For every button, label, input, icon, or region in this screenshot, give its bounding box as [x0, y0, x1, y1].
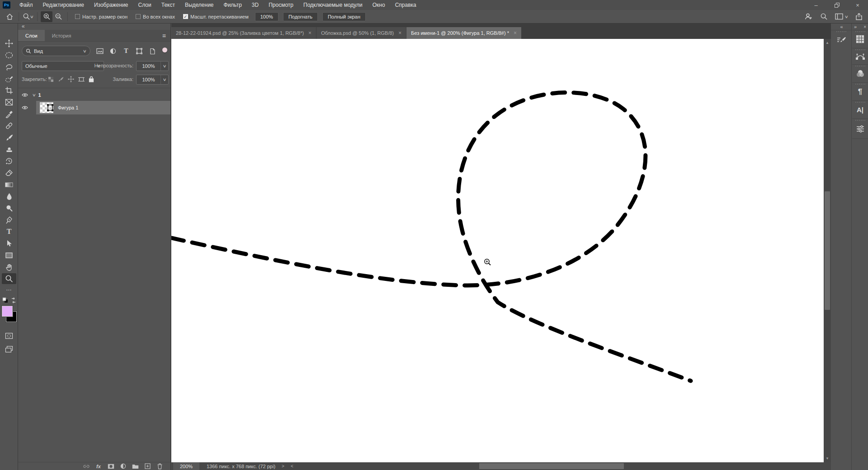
tool-lasso[interactable] — [2, 62, 16, 72]
resize-windows-checkbox[interactable]: Настр. размер окон — [75, 14, 127, 19]
close-tab-icon[interactable]: × — [308, 30, 311, 36]
document-canvas[interactable] — [171, 39, 824, 462]
horizontal-scrollbar-thumb[interactable] — [479, 463, 624, 469]
filter-shape-button[interactable] — [134, 47, 144, 56]
tool-history-brush[interactable] — [2, 156, 16, 166]
menu-item-type[interactable]: Текст — [156, 0, 180, 10]
tool-frame[interactable] — [2, 97, 16, 108]
zoom-all-windows-checkbox[interactable]: Во всех окнах — [136, 14, 175, 19]
minimize-button[interactable]: – — [806, 0, 826, 10]
filter-smart-object-button[interactable] — [147, 47, 157, 56]
vertical-scrollbar-thumb[interactable] — [825, 191, 830, 310]
close-tab-icon[interactable]: × — [398, 30, 401, 36]
lock-pixels-icon[interactable] — [58, 76, 64, 82]
add-mask-button[interactable] — [107, 464, 114, 469]
zoom-level-field[interactable]: 200% — [173, 462, 199, 470]
tool-eyedropper[interactable] — [2, 109, 16, 119]
collapse-panels-icon[interactable]: « — [22, 24, 24, 30]
tool-eraser[interactable] — [2, 167, 16, 178]
panel-button-paragraph[interactable]: ¶ — [852, 82, 868, 100]
panel-button-swatches[interactable] — [852, 30, 868, 48]
zoom-in-button[interactable] — [41, 11, 52, 22]
menu-item-plugins[interactable]: Подключаемые модули — [298, 0, 368, 10]
scroll-up-icon[interactable]: ▲ — [824, 41, 831, 45]
zoom-out-button[interactable] — [52, 11, 64, 22]
tool-type[interactable]: T — [2, 226, 16, 237]
filter-adjustment-button[interactable] — [108, 47, 118, 56]
layer-thumbnail[interactable] — [40, 102, 53, 113]
checkbox-icon[interactable]: ✓ — [183, 14, 188, 19]
checkbox-icon[interactable] — [75, 14, 80, 19]
tool-pen[interactable] — [2, 214, 16, 225]
tool-crop[interactable] — [2, 85, 16, 96]
filter-toggle-light[interactable] — [162, 47, 167, 52]
scrubby-zoom-checkbox[interactable]: ✓ Масшт. перетаскиванием — [183, 14, 249, 19]
tool-blur[interactable] — [2, 191, 16, 202]
close-tab-icon[interactable]: × — [514, 30, 517, 36]
new-layer-button[interactable] — [144, 463, 151, 469]
delete-layer-button[interactable] — [156, 463, 163, 470]
home-button[interactable] — [4, 11, 15, 22]
close-window-button[interactable]: × — [847, 0, 868, 10]
tool-healing-brush[interactable] — [2, 120, 16, 131]
collapse-dock-icon[interactable]: » — [854, 24, 856, 29]
panel-button-properties[interactable] — [852, 119, 868, 138]
layer-group-row[interactable]: ∨ 1 — [18, 89, 170, 101]
tool-dodge[interactable] — [2, 203, 16, 214]
foreground-color-swatch[interactable] — [2, 306, 13, 317]
opacity-value[interactable]: 100% — [137, 62, 161, 71]
tab-history[interactable]: История — [45, 30, 79, 41]
lock-position-icon[interactable] — [68, 76, 74, 82]
link-layers-button[interactable] — [83, 464, 90, 469]
tool-hand[interactable] — [2, 261, 16, 272]
actual-size-button[interactable]: 100% — [255, 12, 278, 21]
search-icon[interactable] — [820, 13, 828, 20]
menu-item-edit[interactable]: Редактирование — [38, 0, 89, 10]
tool-path-selection[interactable] — [2, 238, 16, 249]
menu-item-file[interactable]: Файл — [14, 0, 38, 10]
menu-item-filter[interactable]: Фильтр — [219, 0, 247, 10]
fill-field[interactable]: 100% ∨ — [136, 75, 169, 85]
menu-item-3d[interactable]: 3D — [247, 0, 264, 10]
tool-brush[interactable] — [2, 132, 16, 143]
panel-menu-icon[interactable]: ≡ — [162, 32, 166, 39]
menu-item-layers[interactable]: Слои — [133, 0, 156, 10]
tool-clone-stamp[interactable] — [2, 144, 16, 155]
scroll-down-icon[interactable]: ▼ — [824, 456, 831, 461]
tool-zoom[interactable] — [2, 273, 16, 284]
document-tab[interactable]: Обложка.psd @ 50% (1, RGB/8) × — [316, 27, 406, 39]
group-name[interactable]: 1 — [38, 92, 41, 98]
menu-item-image[interactable]: Изображение — [89, 0, 133, 10]
restore-button[interactable] — [826, 0, 847, 10]
document-tab-active[interactable]: Без имени-1 @ 200% (Фигура 1, RGB/8#) * … — [406, 27, 521, 39]
default-colors-control[interactable] — [2, 297, 16, 304]
blend-mode-select[interactable]: Обычные ∨ — [22, 61, 104, 71]
panel-button-paths[interactable] — [852, 48, 868, 64]
lock-artboard-icon[interactable] — [78, 76, 85, 82]
visibility-toggle[interactable] — [18, 105, 32, 110]
filter-type-button[interactable]: T — [121, 47, 131, 56]
chevron-down-icon[interactable]: ∨ — [160, 64, 170, 68]
document-tab[interactable]: 28-12-22-01924.psd @ 25% (Заливка цветом… — [171, 27, 316, 39]
lock-transparency-icon[interactable] — [48, 76, 54, 82]
menu-item-window[interactable]: Окно — [368, 0, 390, 10]
new-adjustment-layer-button[interactable] — [119, 463, 127, 469]
lock-all-icon[interactable] — [89, 76, 94, 82]
screen-mode-button[interactable] — [2, 344, 16, 355]
status-forward-icon[interactable]: > — [282, 464, 284, 469]
account-icon[interactable] — [804, 13, 813, 21]
full-screen-button[interactable]: Полный экран — [322, 12, 366, 21]
fill-value[interactable]: 100% — [137, 75, 161, 84]
panel-button-brush-settings[interactable] — [831, 30, 851, 51]
edit-toolbar-button[interactable]: … — [0, 285, 18, 292]
zoom-tool-preset[interactable]: ∨ — [22, 11, 34, 22]
menu-item-select[interactable]: Выделение — [180, 0, 219, 10]
filter-image-button[interactable] — [95, 47, 105, 56]
tool-rectangle[interactable] — [2, 250, 16, 261]
group-expand-icon[interactable]: ∨ — [32, 93, 36, 97]
vertical-scrollbar[interactable]: ▲ ▼ — [824, 39, 831, 462]
chevron-down-icon[interactable]: ∨ — [160, 77, 170, 82]
fit-screen-button[interactable]: Подогнать — [283, 12, 318, 21]
expand-panels-icon[interactable]: « — [831, 24, 851, 30]
new-group-button[interactable] — [132, 464, 139, 469]
